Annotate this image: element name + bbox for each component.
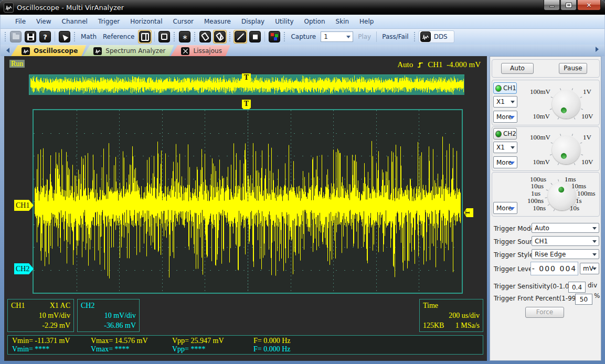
ch1-volts-knob[interactable] [552,90,580,119]
lissajous-icon [181,47,189,55]
trigger-mode-label: Trigger Mode [494,225,535,232]
chevron-left-icon [6,48,9,53]
close-icon: ✕ [586,2,591,9]
save-button[interactable] [24,30,37,44]
ch1-info-box: CH1X1 AC 10 mV/div -2.29 mV [7,299,74,332]
ch2-offset-marker[interactable]: CH2 [14,263,34,274]
reference-button[interactable]: Reference [100,33,137,40]
ch1-more-select[interactable]: More [493,111,517,123]
open-button[interactable] [9,30,23,44]
play-button[interactable]: Play [355,33,374,40]
timebase-knob-indicator-icon [558,186,564,192]
ch2-volts-knob[interactable] [552,136,580,164]
menu-help[interactable]: Help [354,16,379,27]
trigger-level-status: CH1 -4.000 mV [428,60,481,69]
menu-channel[interactable]: Channel [57,16,93,27]
ch2-more-select[interactable]: More [493,156,517,168]
trigger-front-input[interactable] [575,294,592,305]
close-button[interactable]: ✕ [577,0,601,10]
trigger-source-select[interactable]: CH1 [532,236,599,246]
dds-waveform-icon [420,31,431,42]
pause-button[interactable]: Pause [559,63,587,74]
ch1-probe-select[interactable]: X1 [493,96,517,108]
auto-button[interactable]: Auto [501,63,534,74]
menu-cursor[interactable]: Cursor [168,16,199,27]
menu-option[interactable]: Option [299,16,331,27]
stop-button[interactable] [248,30,262,44]
toolbar-grip [283,31,286,42]
menu-file[interactable]: File [10,16,31,27]
tab-lissajous-label: Lissajous [193,47,221,55]
titlebar[interactable]: Oscilloscope - Multi VirAnalyzer ✕ [0,0,605,15]
timebase-label: 10s [570,204,579,212]
tab-lissajous[interactable]: Lissajous [171,45,230,56]
maximize-icon [566,3,571,7]
ch1-led-icon [495,85,502,92]
menu-trigger[interactable]: Trigger [93,16,125,27]
ch1-knob-label: 100mV [519,88,550,96]
help-icon: ? [39,31,51,42]
trigger-style-select[interactable]: Rise Edge [532,249,599,259]
device-connected-icon [214,31,226,42]
menu-measure[interactable]: Measure [199,16,236,27]
trigger-level-unit-select[interactable]: mV [580,263,599,274]
pointer-button[interactable] [58,30,71,44]
line-draw-button[interactable] [233,30,247,44]
ch2-vpp: Vpp= **** [172,345,206,354]
device-connect-button[interactable] [213,30,227,44]
menu-skin[interactable]: Skin [331,16,355,27]
device-button[interactable] [198,30,212,44]
toolbar-grip [194,31,196,42]
trigger-level-display[interactable]: - 000 004 [530,262,578,275]
menu-view[interactable]: View [31,16,56,27]
split-view-button[interactable] [138,30,152,44]
tab-scroll-right-button[interactable] [593,45,601,54]
knob-tick [559,88,560,90]
minimize-button[interactable] [544,0,560,10]
force-button[interactable]: Force [525,307,564,318]
chevron-down-icon [346,36,351,38]
trigger-status: Auto CH1 -4.000 mV [397,60,481,69]
ch1-offset-marker[interactable]: CH1 [14,200,34,211]
chevron-down-icon [510,116,515,119]
ch2-vmin: Vmin= **** [12,345,49,354]
menu-utility[interactable]: Utility [270,16,299,27]
color-settings-button[interactable] [268,30,281,44]
ch2-knob-indicator-icon [560,152,568,160]
ch2-probe-select[interactable]: X1 [493,142,517,153]
ch2-knob-label: 100mV [519,133,550,142]
ch1-knob-label: 10mV [523,112,550,121]
knob-tick [571,88,572,90]
ch1-vmax: Vmax= 14.576 mV [91,337,148,345]
trigger-level-label: Trigger Level [494,265,534,273]
menu-display[interactable]: Display [236,16,270,27]
trigger-style-label: Trigger Style [494,251,533,259]
toolbar-separator [264,31,265,42]
time-scale: 200 us/div [449,311,480,320]
menu-horizontal[interactable]: Horizontal [125,16,167,27]
math-button[interactable]: Math [78,33,100,40]
trigger-sensitivity-input[interactable] [568,282,586,293]
save-icon [25,31,36,42]
passfail-button[interactable]: Pass/Fail [379,33,411,40]
capture-select[interactable]: 1 [321,31,353,42]
maximize-button[interactable] [560,0,577,10]
dds-button[interactable]: DDS [419,30,454,43]
ch1-enable-button[interactable]: CH1 [493,82,517,94]
tab-oscilloscope[interactable]: Oscilloscope [11,45,86,56]
tab-scroll-left-button[interactable] [4,46,12,55]
ch2-knob-label: 10V [581,158,593,166]
fullscreen-button[interactable] [157,30,171,44]
measurements-bar: Vmin= -11.371 mV Vmax= 14.576 mV Vpp= 25… [7,335,483,355]
knob-tick [550,183,552,185]
ch1-knob-label: 10V [581,112,593,121]
help-button[interactable]: ? [38,30,52,44]
ch2-enable-button[interactable]: CH2 [493,128,517,140]
trigger-level-marker[interactable]: T [464,208,473,217]
timebase-more-select[interactable]: More [493,202,517,214]
waveform-grid-area[interactable] [33,109,463,294]
tab-spectrum-analyzer[interactable]: Spectrum Analyzer [83,45,174,56]
trigger-mode-select[interactable]: Auto [532,223,599,233]
application-window: Oscilloscope - Multi VirAnalyzer ✕ File … [0,0,605,364]
center-button[interactable]: * [178,30,192,44]
